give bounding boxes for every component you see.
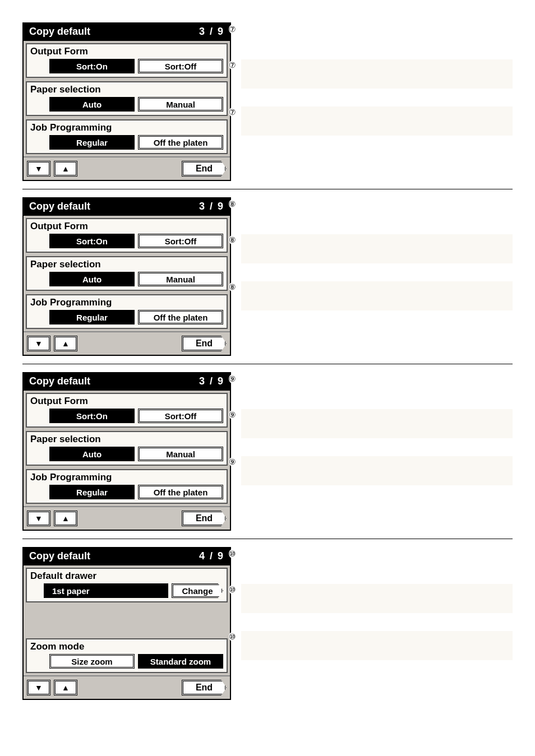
- description-column: ⑩⑩⑩: [241, 547, 513, 660]
- setting-section: Output FormSort:OnSort:Off: [26, 218, 228, 253]
- option-button[interactable]: Size zoom: [49, 654, 135, 669]
- step-number-icon: ⑧: [229, 282, 236, 291]
- option-button[interactable]: Off the platen: [138, 485, 223, 499]
- description-block: ⑧: [241, 281, 513, 310]
- option-button[interactable]: Sort:On: [49, 409, 135, 423]
- end-button[interactable]: End: [182, 511, 227, 526]
- page-indicator: 4 / 9: [199, 550, 224, 562]
- step-number-icon: ⑦: [229, 25, 236, 34]
- section-label: Output Form: [27, 219, 227, 234]
- scroll-down-button[interactable]: ▼: [27, 336, 50, 351]
- step-number-icon: ⑩: [229, 585, 236, 594]
- page-indicator: 3 / 9: [199, 201, 224, 212]
- nav-row: ▼▲End: [24, 156, 230, 180]
- page-indicator: 3 / 9: [199, 26, 224, 38]
- setting-section: Paper selectionAutoManual: [26, 81, 228, 116]
- step-number-icon: ⑧: [229, 235, 236, 244]
- description-block: ⑦: [241, 24, 513, 41]
- description-column: ⑨⑨⑨: [241, 372, 513, 485]
- panel-titlebar: Copy default 3 / 9: [24, 24, 230, 41]
- option-button[interactable]: Standard zoom: [138, 654, 223, 669]
- scroll-down-button[interactable]: ▼: [27, 161, 50, 177]
- option-button[interactable]: Manual: [138, 447, 223, 461]
- option-button[interactable]: Sort:Off: [138, 409, 223, 423]
- description-block: ⑨: [241, 456, 513, 485]
- manual-step-row: Copy default 3 / 9Output FormSort:OnSort…: [22, 372, 513, 539]
- nav-row: ▼▲End: [24, 675, 230, 699]
- section-label: Zoom mode: [27, 639, 227, 654]
- panel-title: Copy default: [29, 375, 90, 387]
- settings-panel: Copy default 3 / 9Output FormSort:OnSort…: [22, 22, 231, 181]
- section-label: Paper selection: [27, 257, 227, 272]
- scroll-down-button[interactable]: ▼: [27, 680, 50, 695]
- default-drawer-section: Default drawer1st paperChange: [26, 568, 228, 602]
- empty-area: [26, 606, 228, 635]
- option-button[interactable]: Off the platen: [138, 135, 223, 150]
- section-label: Job Programming: [27, 120, 227, 135]
- panel-titlebar: Copy default 3 / 9: [24, 373, 230, 391]
- step-number-icon: ⑩: [229, 549, 236, 558]
- option-button[interactable]: Auto: [49, 447, 135, 461]
- setting-section: Job ProgrammingRegularOff the platen: [26, 294, 228, 329]
- description-column: ⑦⑦⑦: [241, 22, 513, 136]
- zoom-mode-section: Zoom modeSize zoomStandard zoom: [26, 638, 228, 673]
- section-label: Job Programming: [27, 470, 227, 485]
- description-block: ⑨: [241, 373, 513, 391]
- end-button[interactable]: End: [182, 336, 227, 351]
- setting-section: Paper selectionAutoManual: [26, 256, 228, 291]
- settings-panel: Copy default 3 / 9Output FormSort:OnSort…: [22, 372, 231, 531]
- option-button[interactable]: Sort:Off: [138, 234, 223, 248]
- description-block: ⑩: [241, 548, 513, 566]
- settings-panel: Copy default 3 / 9Output FormSort:OnSort…: [22, 197, 231, 356]
- option-button[interactable]: Sort:Off: [138, 59, 223, 73]
- setting-section: Paper selectionAutoManual: [26, 431, 228, 466]
- description-block: ⑩: [241, 584, 513, 613]
- option-button[interactable]: Regular: [49, 135, 135, 150]
- panel-title: Copy default: [29, 550, 90, 562]
- option-button[interactable]: Sort:On: [49, 234, 135, 248]
- panel-title: Copy default: [29, 26, 90, 38]
- setting-section: Output FormSort:OnSort:Off: [26, 393, 228, 428]
- option-button[interactable]: Off the platen: [138, 310, 223, 324]
- scroll-up-button[interactable]: ▲: [54, 336, 77, 351]
- end-button[interactable]: End: [182, 680, 227, 695]
- nav-row: ▼▲End: [24, 331, 230, 355]
- description-block: ⑦: [241, 106, 513, 136]
- scroll-up-button[interactable]: ▲: [54, 511, 77, 526]
- scroll-up-button[interactable]: ▲: [54, 680, 77, 695]
- scroll-down-button[interactable]: ▼: [27, 511, 50, 526]
- option-button[interactable]: Regular: [49, 310, 135, 324]
- page-indicator: 3 / 9: [199, 375, 224, 387]
- option-button[interactable]: Auto: [49, 272, 135, 286]
- section-label: Paper selection: [27, 432, 227, 447]
- option-button[interactable]: Manual: [138, 97, 223, 112]
- panel-titlebar: Copy default 4 / 9: [24, 548, 230, 565]
- description-block: ⑧: [241, 234, 513, 263]
- step-number-icon: ⑨: [229, 374, 236, 383]
- end-button[interactable]: End: [182, 161, 227, 177]
- panel-titlebar: Copy default 3 / 9: [24, 198, 230, 216]
- section-label: Default drawer: [27, 569, 227, 583]
- step-number-icon: ⑦: [229, 61, 236, 69]
- description-block: ⑩: [241, 631, 513, 660]
- setting-section: Job ProgrammingRegularOff the platen: [26, 469, 228, 504]
- manual-step-row: Copy default 3 / 9Output FormSort:OnSort…: [22, 197, 513, 364]
- option-button[interactable]: Regular: [49, 485, 135, 499]
- nav-row: ▼▲End: [24, 506, 230, 530]
- panel-title: Copy default: [29, 201, 90, 212]
- option-button[interactable]: Manual: [138, 272, 223, 286]
- section-label: Paper selection: [27, 82, 227, 97]
- section-label: Output Form: [27, 394, 227, 409]
- step-number-icon: ⑨: [229, 410, 236, 419]
- drawer-value: 1st paper: [44, 583, 168, 598]
- step-number-icon: ⑧: [229, 200, 236, 208]
- setting-section: Output FormSort:OnSort:Off: [26, 43, 228, 78]
- description-block: ⑨: [241, 409, 513, 438]
- section-label: Job Programming: [27, 295, 227, 310]
- description-column: ⑧⑧⑧: [241, 197, 513, 310]
- option-button[interactable]: Sort:On: [49, 59, 135, 73]
- manual-step-row: Copy default 4 / 9Default drawer1st pape…: [22, 547, 513, 708]
- scroll-up-button[interactable]: ▲: [54, 161, 77, 177]
- change-button[interactable]: Change: [172, 583, 223, 598]
- option-button[interactable]: Auto: [49, 97, 135, 112]
